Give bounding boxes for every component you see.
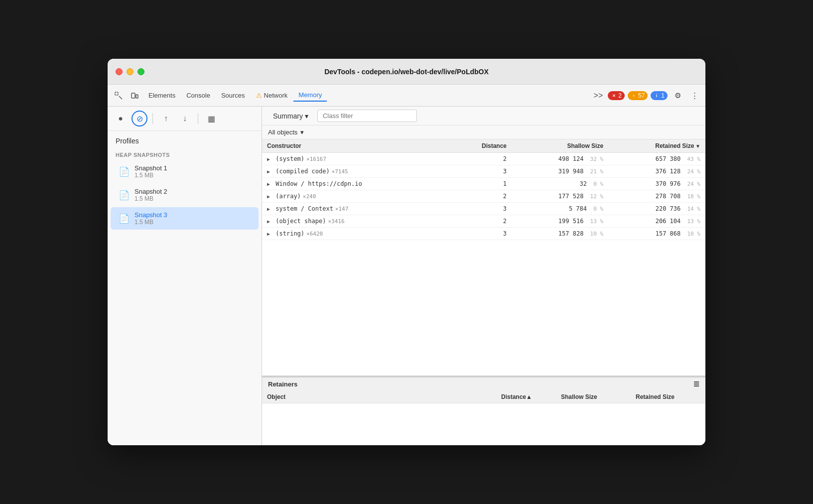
retainers-table-header: Object Distance▲ Shallow Size Retained S…: [262, 391, 705, 403]
snapshot-name-1: Snapshot 1: [135, 164, 167, 172]
expand-icon: ▶: [267, 206, 270, 212]
expand-icon: ▶: [267, 194, 270, 199]
count-badge: ×147: [335, 206, 349, 212]
col-constructor[interactable]: Constructor: [262, 139, 450, 153]
cell-shallow: 498 124 32 %: [512, 153, 608, 165]
shallow-pct: 13 %: [590, 218, 604, 225]
upload-button[interactable]: ↑: [158, 111, 174, 126]
inspector-icon[interactable]: [112, 89, 126, 103]
collect-garbage-button[interactable]: ▦: [203, 111, 219, 126]
all-objects-chevron-icon: ▾: [300, 128, 304, 136]
settings-icon[interactable]: ⚙: [671, 89, 684, 103]
profiles-title: Profiles: [108, 131, 262, 148]
expand-icon: ▶: [267, 231, 270, 237]
panel-toolbar: Summary ▾: [262, 107, 705, 126]
class-filter-input[interactable]: [317, 110, 417, 122]
tab-elements[interactable]: Elements: [143, 90, 180, 101]
col-distance[interactable]: Distance: [450, 139, 512, 153]
cell-shallow: 5 784 0 %: [512, 203, 608, 215]
ret-col-shallow: Shallow Size: [556, 391, 631, 403]
tab-bar: Elements Console Sources ⚠ Network Memor…: [108, 85, 705, 107]
svg-rect-1: [132, 93, 135, 98]
table-row[interactable]: ▶ (object shape)×3416 2 199 516 13 % 206…: [262, 215, 705, 228]
col-shallow-size[interactable]: Shallow Size: [512, 139, 608, 153]
svg-rect-2: [136, 95, 138, 98]
col-retained-size[interactable]: Retained Size: [608, 139, 705, 153]
cell-distance: 3: [450, 165, 512, 178]
cell-retained: 206 104 13 %: [608, 215, 705, 228]
heap-table-body: ▶ (system)×16167 2 498 124 32 % 657 380 …: [262, 153, 705, 240]
heap-table-container: Constructor Distance Shallow Size Retain…: [262, 139, 705, 376]
snapshot-item-3[interactable]: 📄 Snapshot 3 1.5 MB: [111, 207, 259, 230]
heap-snapshots-label: HEAP SNAPSHOTS: [108, 148, 262, 160]
main-tab-bar: Elements Console Sources ⚠ Network Memor…: [143, 89, 589, 102]
cell-constructor: ▶ (array)×240: [262, 190, 450, 203]
retainers-label: Retainers: [268, 380, 297, 388]
retained-pct: 24 %: [687, 168, 701, 175]
cell-distance: 3: [450, 203, 512, 215]
expand-icon: ▶: [267, 169, 270, 174]
ret-col-retained: Retained Size: [631, 391, 705, 403]
table-row[interactable]: ▶ (compiled code)×7145 3 319 948 21 % 37…: [262, 165, 705, 178]
cell-distance: 2: [450, 190, 512, 203]
count-badge: ×7145: [332, 168, 348, 175]
retainers-menu-icon[interactable]: ☰: [693, 380, 699, 388]
cell-shallow: 199 516 13 %: [512, 215, 608, 228]
retained-pct: 10 %: [687, 231, 701, 237]
snapshot-item-1[interactable]: 📄 Snapshot 1 1.5 MB: [111, 160, 259, 183]
cell-retained: 376 128 24 %: [608, 165, 705, 178]
summary-dropdown[interactable]: Summary ▾: [268, 110, 313, 122]
table-row[interactable]: ▶ system / Context×147 3 5 784 0 % 220 7…: [262, 203, 705, 215]
record-button[interactable]: ●: [113, 111, 129, 126]
snapshot-item-2[interactable]: 📄 Snapshot 2 1.5 MB: [111, 184, 259, 206]
minimize-button[interactable]: [127, 68, 134, 75]
cell-constructor: ▶ (compiled code)×7145: [262, 165, 450, 178]
cell-retained: 220 736 14 %: [608, 203, 705, 215]
all-objects-dropdown[interactable]: All objects ▾: [268, 128, 304, 136]
table-row[interactable]: ▶ Window / https://cdpn.io 1 32 0 % 370 …: [262, 178, 705, 190]
main-panel: Summary ▾ All objects ▾ Constructor: [262, 107, 705, 445]
count-badge: ×16167: [306, 156, 326, 162]
more-options-icon[interactable]: ⋮: [687, 89, 701, 103]
summary-chevron-icon: ▾: [305, 112, 308, 120]
maximize-button[interactable]: [137, 68, 144, 75]
error-badge[interactable]: ✕ 2: [608, 91, 625, 100]
snapshot-size-2: 1.5 MB: [135, 195, 167, 202]
tab-network[interactable]: ⚠ Network: [251, 90, 293, 101]
more-tabs-button[interactable]: >>: [591, 90, 606, 101]
retained-pct: 13 %: [687, 218, 701, 225]
device-toolbar-icon[interactable]: [128, 89, 141, 103]
warning-badge[interactable]: ! 57: [628, 91, 648, 100]
retained-pct: 18 %: [687, 193, 701, 200]
table-header-row: Constructor Distance Shallow Size Retain…: [262, 139, 705, 153]
tab-sources[interactable]: Sources: [216, 90, 250, 101]
cell-distance: 2: [450, 153, 512, 165]
cell-constructor: ▶ (object shape)×3416: [262, 215, 450, 228]
snapshot-size-1: 1.5 MB: [135, 172, 167, 179]
close-button[interactable]: [116, 68, 123, 75]
ret-col-distance: Distance▲: [496, 391, 556, 403]
table-row[interactable]: ▶ (system)×16167 2 498 124 32 % 657 380 …: [262, 153, 705, 165]
snapshot-name-2: Snapshot 2: [135, 188, 167, 195]
shallow-pct: 0 %: [593, 206, 603, 212]
cell-distance: 1: [450, 178, 512, 190]
retained-pct: 14 %: [687, 206, 701, 212]
svg-text:!: !: [633, 94, 635, 98]
tab-memory[interactable]: Memory: [293, 89, 327, 102]
table-row[interactable]: ▶ (array)×240 2 177 528 12 % 278 708 18 …: [262, 190, 705, 203]
expand-icon: ▶: [267, 156, 270, 162]
cell-constructor: ▶ system / Context×147: [262, 203, 450, 215]
main-content: ● ⊘ ↑ ↓ ▦ Profiles HEAP SNAPSHOTS 📄 Snap…: [108, 107, 705, 445]
download-button[interactable]: ↓: [177, 111, 193, 126]
snapshot-icon-1: 📄: [119, 166, 130, 177]
network-warning-icon: ⚠: [256, 92, 262, 99]
shallow-pct: 10 %: [590, 231, 604, 237]
cell-constructor: ▶ Window / https://cdpn.io: [262, 178, 450, 190]
tab-console[interactable]: Console: [181, 90, 215, 101]
table-row[interactable]: ▶ (string)×6420 3 157 828 10 % 157 868 1…: [262, 228, 705, 240]
cell-retained: 278 708 18 %: [608, 190, 705, 203]
window-title: DevTools - codepen.io/web-dot-dev/live/P…: [324, 68, 489, 76]
info-badge[interactable]: i 1: [651, 91, 668, 100]
svg-rect-0: [115, 92, 118, 95]
clear-button[interactable]: ⊘: [132, 111, 147, 126]
